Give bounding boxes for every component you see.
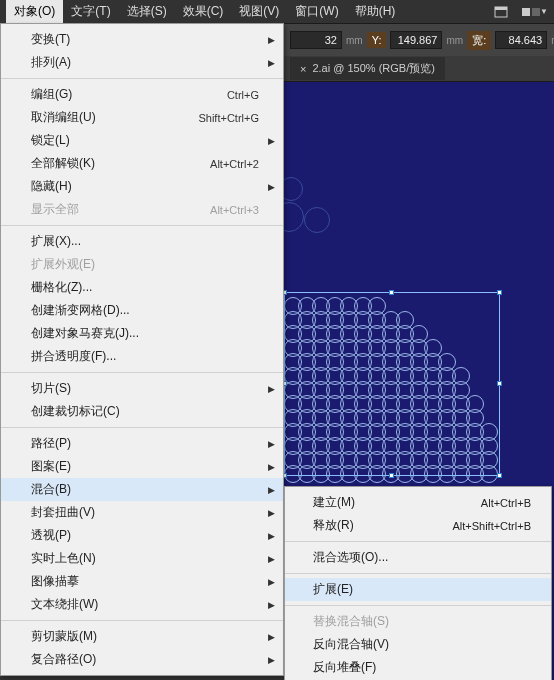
x-unit: mm xyxy=(346,35,363,46)
x-input[interactable]: 32 xyxy=(290,31,342,49)
menubar: 对象(O) 文字(T) 选择(S) 效果(C) 视图(V) 窗口(W) 帮助(H… xyxy=(0,0,554,24)
tab-title: 2.ai @ 150% (RGB/预览) xyxy=(312,61,434,76)
w-input[interactable]: 84.643 xyxy=(495,31,547,49)
menu-item-g6-1[interactable]: 复合路径(O)▶ xyxy=(1,648,283,671)
menu-window[interactable]: 窗口(W) xyxy=(287,0,346,23)
handle-bm[interactable] xyxy=(389,473,394,478)
menu-item-g5-2[interactable]: 混合(B)▶ xyxy=(1,478,283,501)
menu-item-g2-2[interactable]: 锁定(L)▶ xyxy=(1,129,283,152)
y-label: Y: xyxy=(367,32,387,48)
menu-item-g5-6[interactable]: 图像描摹▶ xyxy=(1,570,283,593)
menu-item-g5-3[interactable]: 封套扭曲(V)▶ xyxy=(1,501,283,524)
document-tab[interactable]: × 2.ai @ 150% (RGB/预览) xyxy=(290,57,445,80)
sub-item-g3-0[interactable]: 扩展(E) xyxy=(285,578,551,601)
menu-help[interactable]: 帮助(H) xyxy=(347,0,404,23)
menu-item-g1-1[interactable]: 排列(A)▶ xyxy=(1,51,283,74)
menu-item-g4-0[interactable]: 切片(S)▶ xyxy=(1,377,283,400)
sub-item-g4-0: 替换混合轴(S) xyxy=(285,610,551,633)
menu-item-g5-0[interactable]: 路径(P)▶ xyxy=(1,432,283,455)
handle-tr[interactable] xyxy=(497,290,502,295)
menu-item-g4-1[interactable]: 创建裁切标记(C) xyxy=(1,400,283,423)
handle-tm[interactable] xyxy=(389,290,394,295)
workspace-icon[interactable] xyxy=(494,6,508,18)
sub-item-g4-1[interactable]: 反向混合轴(V) xyxy=(285,633,551,656)
svg-rect-3 xyxy=(532,8,540,16)
handle-mr[interactable] xyxy=(497,381,502,386)
menu-item-g3-0[interactable]: 扩展(X)... xyxy=(1,230,283,253)
menu-item-g3-3[interactable]: 创建渐变网格(D)... xyxy=(1,299,283,322)
y-unit: mm xyxy=(446,35,463,46)
menu-item-g6-0[interactable]: 剪切蒙版(M)▶ xyxy=(1,625,283,648)
sub-item-g4-2[interactable]: 反向堆叠(F) xyxy=(285,656,551,679)
menu-item-g2-0[interactable]: 编组(G)Ctrl+G xyxy=(1,83,283,106)
sub-item-g1-0[interactable]: 建立(M)Alt+Ctrl+B xyxy=(285,491,551,514)
menu-item-g3-4[interactable]: 创建对象马赛克(J)... xyxy=(1,322,283,345)
close-icon[interactable]: × xyxy=(300,63,306,75)
menu-item-g3-2[interactable]: 栅格化(Z)... xyxy=(1,276,283,299)
menu-item-g2-4[interactable]: 隐藏(H)▶ xyxy=(1,175,283,198)
menu-item-g5-7[interactable]: 文本绕排(W)▶ xyxy=(1,593,283,616)
arrange-icon[interactable]: ▼ xyxy=(522,6,548,18)
menu-item-g2-3[interactable]: 全部解锁(K)Alt+Ctrl+2 xyxy=(1,152,283,175)
menu-effect[interactable]: 效果(C) xyxy=(175,0,232,23)
menu-item-g2-5: 显示全部Alt+Ctrl+3 xyxy=(1,198,283,221)
sub-item-g2-0[interactable]: 混合选项(O)... xyxy=(285,546,551,569)
menu-item-g5-1[interactable]: 图案(E)▶ xyxy=(1,455,283,478)
blend-submenu: 建立(M)Alt+Ctrl+B释放(R)Alt+Shift+Ctrl+B 混合选… xyxy=(284,486,552,680)
svg-rect-2 xyxy=(522,8,530,16)
object-menu: 变换(T)▶排列(A)▶ 编组(G)Ctrl+G取消编组(U)Shift+Ctr… xyxy=(0,23,284,676)
svg-rect-1 xyxy=(495,7,507,10)
handle-bl[interactable] xyxy=(284,473,287,478)
menu-view[interactable]: 视图(V) xyxy=(231,0,287,23)
menu-object[interactable]: 对象(O) xyxy=(6,0,63,23)
menu-item-g5-5[interactable]: 实时上色(N)▶ xyxy=(1,547,283,570)
handle-tl[interactable] xyxy=(284,290,287,295)
w-label: 宽: xyxy=(467,31,491,50)
menu-item-g1-0[interactable]: 变换(T)▶ xyxy=(1,28,283,51)
menu-item-g3-1: 扩展外观(E) xyxy=(1,253,283,276)
menu-text[interactable]: 文字(T) xyxy=(63,0,118,23)
sub-item-g1-1[interactable]: 释放(R)Alt+Shift+Ctrl+B xyxy=(285,514,551,537)
menu-item-g3-5[interactable]: 拼合透明度(F)... xyxy=(1,345,283,368)
menu-item-g2-1[interactable]: 取消编组(U)Shift+Ctrl+G xyxy=(1,106,283,129)
handle-br[interactable] xyxy=(497,473,502,478)
handle-ml[interactable] xyxy=(284,381,287,386)
y-input[interactable]: 149.867 xyxy=(390,31,442,49)
menu-item-g5-4[interactable]: 透视(P)▶ xyxy=(1,524,283,547)
selection-box xyxy=(284,292,500,476)
menu-select[interactable]: 选择(S) xyxy=(119,0,175,23)
